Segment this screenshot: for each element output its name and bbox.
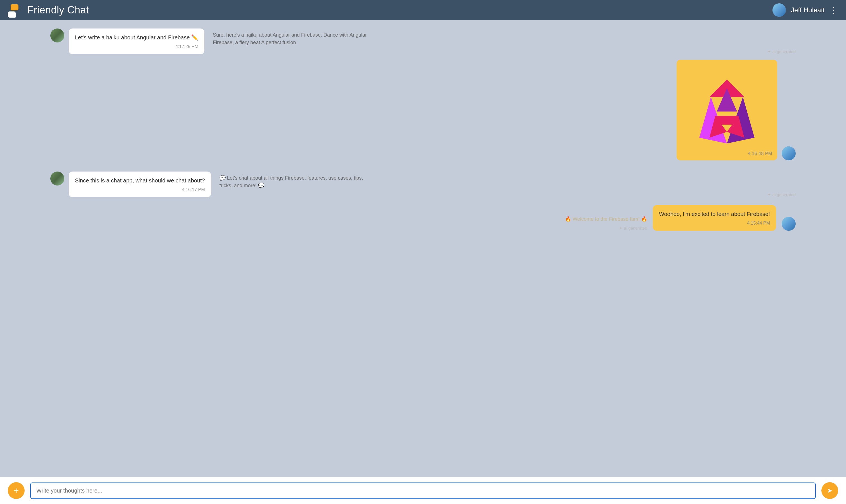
bubble-text-5: Woohoo, I'm excited to learn about Fireb… (659, 211, 770, 217)
welcome-ai-block: 🔥 Welcome to the Firebase fam! 🔥 ✦ ai ge… (565, 213, 647, 231)
image-message: 4:16:48 PM (676, 60, 777, 160)
message-group-4: 🔥 Welcome to the Firebase fam! 🔥 ✦ ai ge… (50, 205, 796, 231)
app-logo (8, 4, 22, 16)
header-right: Jeff Huleatt ⋮ (773, 3, 838, 17)
bubble-time-5: 4:15:44 PM (659, 221, 770, 226)
ai-text-4: 🔥 Welcome to the Firebase fam! 🔥 (565, 213, 647, 224)
ai-label-1: ✦ ai generated (213, 49, 796, 54)
send-icon: ➤ (827, 487, 833, 494)
username-label: Jeff Huleatt (791, 6, 825, 14)
message-left-3: Since this is a chat app, what should we… (50, 172, 211, 197)
message-bubble-5: Woohoo, I'm excited to learn about Fireb… (653, 205, 776, 231)
ai-response-3: 💬 Let's chat about all things Firebase: … (211, 172, 796, 197)
ai-label-4: ✦ ai generated (565, 226, 647, 231)
send-button[interactable]: ➤ (822, 482, 838, 499)
message-bubble-1: Let's write a haiku about Angular and Fi… (69, 29, 205, 54)
sender-avatar-2 (782, 146, 796, 160)
bubble-text-3: Since this is a chat app, what should we… (75, 177, 205, 183)
add-button[interactable]: + (8, 482, 24, 499)
sender-avatar-5 (782, 217, 796, 231)
input-bar: + ➤ (0, 477, 846, 504)
user-avatar-header (773, 3, 786, 17)
sender-avatar-3 (50, 172, 64, 185)
bubble-time-1: 4:17:25 PM (75, 44, 198, 49)
message-group-3: Since this is a chat app, what should we… (50, 172, 796, 197)
app-header: Friendly Chat Jeff Huleatt ⋮ (0, 0, 846, 20)
message-group-2: 4:16:48 PM (50, 60, 796, 160)
bubble-text-1: Let's write a haiku about Angular and Fi… (75, 34, 198, 40)
ai-response-1: Sure, here's a haiku about Angular and F… (205, 29, 796, 54)
image-time: 4:16:48 PM (748, 151, 772, 157)
angular-logo-svg (690, 74, 763, 146)
sender-avatar-1 (50, 29, 64, 42)
chat-area: Let's write a haiku about Angular and Fi… (0, 20, 846, 477)
message-left-1: Let's write a haiku about Angular and Fi… (50, 29, 205, 54)
more-options-icon[interactable]: ⋮ (830, 5, 838, 15)
message-input[interactable] (30, 483, 816, 499)
bubble-time-3: 4:16:17 PM (75, 187, 205, 192)
app-title: Friendly Chat (28, 4, 89, 16)
header-left: Friendly Chat (8, 4, 89, 16)
ai-text-3: 💬 Let's chat about all things Firebase: … (219, 172, 376, 191)
ai-text-1: Sure, here's a haiku about Angular and F… (213, 29, 369, 48)
message-bubble-3: Since this is a chat app, what should we… (69, 172, 211, 197)
ai-label-3: ✦ ai generated (219, 192, 796, 197)
message-group-1: Let's write a haiku about Angular and Fi… (50, 29, 796, 54)
